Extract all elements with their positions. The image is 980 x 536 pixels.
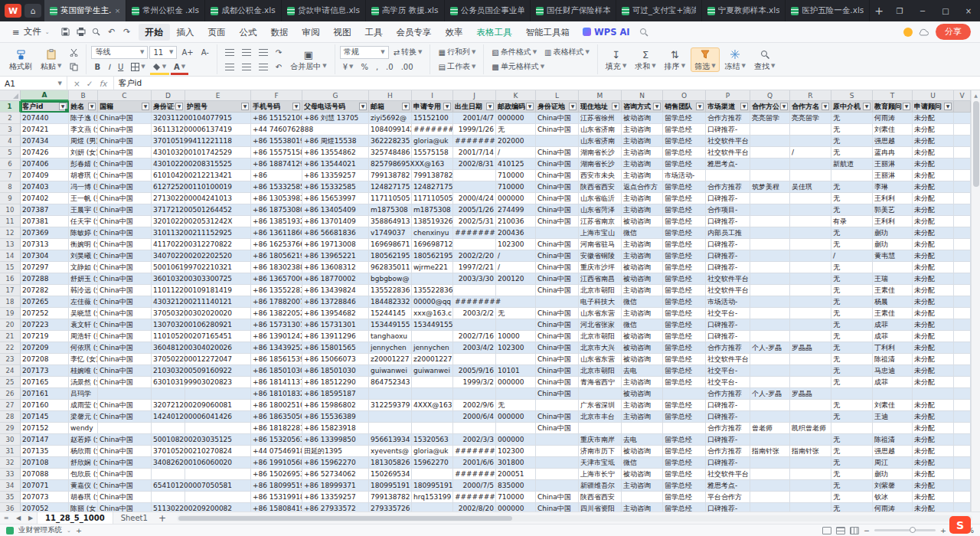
cell[interactable]: +86 18999371 [302, 480, 369, 492]
cell[interactable]: China中国 [536, 492, 579, 503]
cell[interactable]: 陈敏婷 (女 [69, 227, 98, 239]
row-header[interactable]: 16 [0, 273, 21, 285]
cell[interactable]: +86 52734062 [302, 469, 369, 480]
cell[interactable]: 无 [831, 181, 873, 193]
cell[interactable]: 未分配 [913, 308, 954, 319]
cell[interactable] [496, 285, 536, 296]
cell[interactable]: +86 15808419 [251, 503, 302, 511]
cell[interactable] [954, 124, 971, 136]
wrap-text-icon[interactable]: ↶ [273, 60, 285, 74]
cell[interactable]: +86 13544021 [302, 159, 369, 170]
search-command-icon[interactable] [636, 25, 652, 40]
cell[interactable]: / [496, 147, 536, 159]
cell[interactable]: 江苏省徐州 [579, 113, 622, 124]
cell[interactable] [536, 469, 579, 480]
cell[interactable]: 200051 [496, 469, 536, 480]
cell[interactable]: 留学总经 [663, 250, 706, 262]
cell[interactable]: 2002/7/16 [453, 331, 496, 342]
scroll-up-icon[interactable]: ▲ [972, 90, 980, 100]
cell[interactable]: guiwanwei [369, 365, 412, 377]
cell[interactable]: 主动咨询 [622, 136, 663, 147]
copy-icon[interactable] [67, 60, 81, 74]
cell[interactable]: 511302200209200082 [152, 503, 185, 511]
cell[interactable] [954, 262, 971, 273]
cell[interactable]: 无 [831, 204, 873, 216]
cell[interactable]: 指南针张 [790, 446, 831, 457]
cell[interactable]: 留学总经 [663, 239, 706, 250]
cell[interactable]: 370105199411221118 [152, 136, 185, 147]
cell[interactable]: China中国 [536, 147, 579, 159]
cell[interactable] [954, 365, 971, 377]
cell[interactable] [954, 400, 971, 411]
header-cell[interactable]: 客户id▼ [21, 101, 69, 113]
cell[interactable] [954, 319, 971, 331]
cell[interactable]: 135522836 [412, 285, 453, 296]
cell[interactable]: +86 13053983 [251, 193, 302, 204]
cell[interactable]: China中国 [98, 400, 152, 411]
cell[interactable] [954, 308, 971, 319]
cell[interactable]: 口碑推荐- [706, 457, 750, 469]
cell[interactable]: 留学总经 [663, 319, 706, 331]
cell[interactable]: +86 15152100 [251, 113, 302, 124]
cell[interactable]: 207434 [21, 136, 69, 147]
cell[interactable] [750, 377, 790, 388]
cell[interactable]: 207369 [21, 227, 69, 239]
cell[interactable]: 留学总经 [663, 434, 706, 446]
cell[interactable] [954, 434, 971, 446]
cell[interactable] [954, 285, 971, 296]
fx-icon[interactable]: fx [100, 79, 107, 88]
menu-item[interactable]: 审阅 [296, 24, 327, 41]
cell[interactable]: +86 18595187 [302, 388, 369, 400]
cell[interactable] [536, 296, 579, 308]
cell[interactable]: 无 [496, 400, 536, 411]
row-header[interactable]: 22 [0, 342, 21, 354]
filter-button[interactable]: ▼ [142, 103, 149, 110]
cell[interactable]: +86 13728846 [302, 296, 369, 308]
cell[interactable]: 1997/2/21 [453, 262, 496, 273]
cell[interactable]: 被动咨询 [622, 262, 663, 273]
align-left-icon[interactable] [222, 60, 237, 74]
cell[interactable]: 合作项目- [706, 204, 750, 216]
cell[interactable]: 210036 [496, 216, 536, 227]
cell[interactable] [954, 113, 971, 124]
cell[interactable]: 207160 [21, 400, 69, 411]
cell[interactable] [185, 388, 251, 400]
merge-center-button[interactable]: ▣ 合并居中▼ [287, 48, 329, 71]
cell[interactable]: 未分配 [913, 411, 954, 423]
currency-icon[interactable]: ¥▼ [340, 60, 357, 74]
cell[interactable]: 207252 [21, 308, 69, 319]
cell[interactable] [954, 296, 971, 308]
cell[interactable]: 361131200006137419 [152, 124, 185, 136]
cell[interactable]: China中国 [536, 365, 579, 377]
cell[interactable]: 何依琪 (女 [69, 342, 98, 354]
cell[interactable] [873, 388, 913, 400]
cell[interactable]: 社交软件平台 [706, 136, 750, 147]
cell[interactable] [750, 296, 790, 308]
cell[interactable]: 799138782 [412, 170, 453, 181]
cell[interactable] [185, 469, 251, 480]
cell[interactable]: 王丽淋 [873, 170, 913, 181]
cell[interactable]: China中国 [98, 377, 152, 388]
cell[interactable] [913, 388, 954, 400]
column-header[interactable]: N [622, 90, 663, 101]
cell[interactable] [750, 136, 790, 147]
filter-button[interactable]: ▼ [88, 103, 96, 110]
cell[interactable]: 丁利利 [873, 342, 913, 354]
cell[interactable]: 社交软件平台 [706, 354, 750, 365]
cell[interactable]: gloria@uk [412, 446, 453, 457]
cell[interactable]: 500108200203035125 [152, 434, 185, 446]
cell[interactable]: 未分配 [913, 331, 954, 342]
cell[interactable]: 未分配 [913, 377, 954, 388]
zoom-out-icon[interactable]: − [864, 526, 870, 534]
cell[interactable]: 社交软件平台 [706, 273, 750, 285]
cell[interactable]: China中国 [536, 411, 579, 423]
cell[interactable]: 强思越 [873, 136, 913, 147]
zoom-slider[interactable] [874, 529, 936, 531]
cell[interactable]: 市场活动- [663, 170, 706, 181]
cell[interactable]: 000000 [496, 411, 536, 423]
cell[interactable]: 山东省东营 [579, 354, 622, 365]
cell[interactable]: 500106199702210321 [152, 262, 185, 273]
header-cell[interactable]: 原中介机▼ [831, 101, 873, 113]
cell[interactable]: 口碑推荐- [706, 400, 750, 411]
cell[interactable]: +86 18099519 [251, 480, 302, 492]
